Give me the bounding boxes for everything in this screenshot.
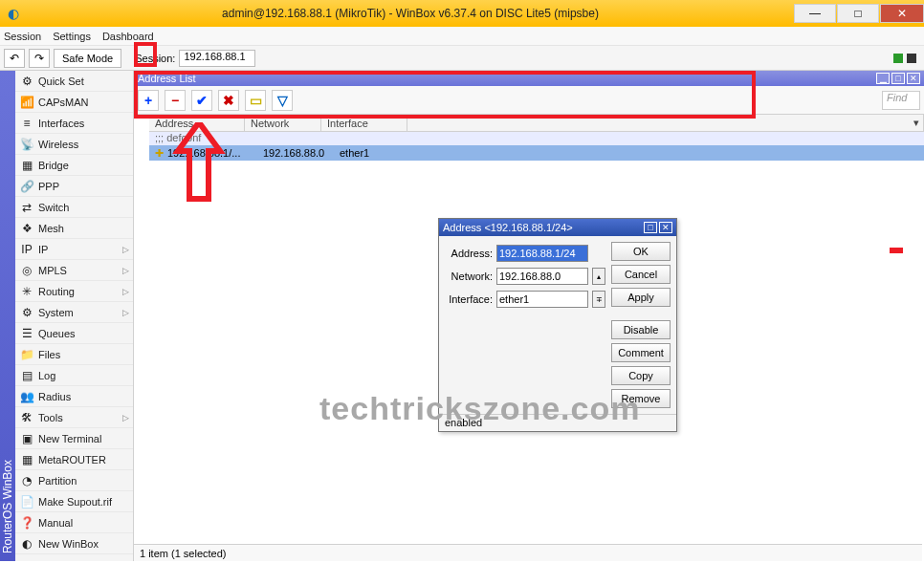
sidebar-item-new-winbox[interactable]: ◐New WinBox [15,533,133,554]
sidebar-item-metarouter[interactable]: ▦MetaROUTER [15,449,133,470]
ppp-icon: 🔗 [19,179,34,194]
remove-button[interactable]: − [165,90,186,111]
enable-button[interactable]: ✔ [191,90,212,111]
safe-mode-button[interactable]: Safe Mode [54,49,121,68]
address-list-columns: Address Network Interface ▾ [149,115,924,132]
col-address[interactable]: Address [149,115,245,131]
columns-dropdown-icon[interactable]: ▾ [909,115,924,131]
main-toolbar: ↶ ↷ Safe Mode Session: 192.168.88.1 [0,46,924,71]
status-bar: 1 item (1 selected) [134,544,922,561]
sidebar-item-files[interactable]: 📁Files [15,344,133,365]
sidebar-item-switch[interactable]: ⇄Switch [15,197,133,218]
cancel-button[interactable]: Cancel [611,265,671,284]
network-clear-icon[interactable]: ▴ [592,268,605,285]
led-encrypted-icon [907,54,916,63]
session-value[interactable]: 192.168.88.1 [179,50,255,67]
sidebar-item-radius[interactable]: 👥Radius [15,386,133,407]
sidebar-item-tools[interactable]: 🛠Tools▷ [15,407,133,428]
window-titlebar: ◐ admin@192.168.88.1 (MikroTik) - WinBox… [0,0,924,27]
address-label: Address: [445,248,493,259]
partition-icon: ◔ [19,473,34,488]
terminal-icon: ▣ [19,431,34,446]
winbox-app-icon: ◐ [19,536,34,552]
sidebar-item-bridge[interactable]: ▦Bridge [15,155,133,176]
col-interface[interactable]: Interface [321,115,407,131]
content-area: Address List ▁ □ ✕ + − ✔ ✖ ▭ ▽ Find Addr… [134,71,924,561]
network-label: Network: [445,271,493,282]
filter-button[interactable]: ▽ [272,90,293,111]
sidebar-item-ppp[interactable]: 🔗PPP [15,176,133,197]
mpls-icon: ◎ [19,263,34,278]
menu-settings[interactable]: Settings [53,31,91,42]
sidebar-item-wireless[interactable]: 📡Wireless [15,134,133,155]
disable-dialog-button[interactable]: Disable [611,320,671,339]
cell-interface: ether1 [340,147,426,159]
chevron-right-icon: ▷ [122,287,129,296]
network-field[interactable] [496,268,588,285]
col-network[interactable]: Network [245,115,321,131]
annotation-marker [890,248,903,253]
mesh-icon: ❖ [19,221,34,236]
redo-button[interactable]: ↷ [29,49,50,68]
menubar: Session Settings Dashboard [0,27,924,46]
sidebar-item-routing[interactable]: ✳Routing▷ [15,281,133,302]
interface-dropdown-icon[interactable]: ∓ [592,291,605,308]
chevron-right-icon: ▷ [122,413,129,422]
address-field[interactable] [496,245,588,262]
subwin-minimize-button[interactable]: ▁ [876,73,890,84]
queues-icon: ☰ [19,326,34,341]
cell-address: 192.168.88.1/... [167,147,263,159]
ok-button[interactable]: OK [611,242,671,261]
maximize-button[interactable]: □ [837,4,879,23]
comment-dialog-button[interactable]: Comment [611,343,671,362]
menu-dashboard[interactable]: Dashboard [102,31,154,42]
subwin-close-button[interactable]: ✕ [907,73,920,84]
dialog-close-button[interactable]: ✕ [659,222,672,233]
minimize-button[interactable]: — [794,4,836,23]
comment-button[interactable]: ▭ [245,90,266,111]
comment-row: ;;; defconf [149,132,924,145]
routing-icon: ✳ [19,284,34,299]
winbox-icon: ◐ [0,6,27,21]
side-menu: ⚙Quick Set 📶CAPsMAN ≡Interfaces 📡Wireles… [15,71,134,561]
undo-button[interactable]: ↶ [4,49,25,68]
apply-button[interactable]: Apply [611,288,671,307]
find-input[interactable]: Find [882,91,920,110]
switch-icon: ⇄ [19,200,34,215]
address-list-title: Address List ▁ □ ✕ [134,71,924,86]
sidebar-item-new-terminal[interactable]: ▣New Terminal [15,428,133,449]
sidebar-item-queues[interactable]: ☰Queues [15,323,133,344]
address-row[interactable]: ✚ 192.168.88.1/... 192.168.88.0 ether1 [149,145,924,161]
dialog-title[interactable]: Address <192.168.88.1/24> □ ✕ [439,219,676,236]
close-button[interactable]: ✕ [880,4,924,23]
subwin-maximize-button[interactable]: □ [891,73,905,84]
copy-button[interactable]: Copy [611,366,671,385]
sidebar-item-log[interactable]: ▤Log [15,365,133,386]
sidebar-item-partition[interactable]: ◔Partition [15,470,133,491]
interface-label: Interface: [445,293,493,305]
sidebar-item-quick-set[interactable]: ⚙Quick Set [15,71,133,92]
address-list-toolbar: + − ✔ ✖ ▭ ▽ Find [134,86,924,115]
menu-session[interactable]: Session [4,31,41,42]
interface-field[interactable] [496,291,588,308]
sidebar-item-mpls[interactable]: ◎MPLS▷ [15,260,133,281]
remove-dialog-button[interactable]: Remove [611,389,671,408]
metarouter-icon: ▦ [19,452,34,467]
sidebar-item-system[interactable]: ⚙System▷ [15,302,133,323]
sidebar-item-make-supout[interactable]: 📄Make Supout.rif [15,491,133,512]
address-dialog: Address <192.168.88.1/24> □ ✕ Address: N… [438,218,677,432]
interfaces-icon: ≡ [19,116,34,131]
radius-icon: 👥 [19,389,34,404]
side-tab[interactable]: RouterOS WinBox [0,71,15,561]
sidebar-item-manual[interactable]: ❓Manual [15,512,133,533]
led-connected-icon [893,54,903,63]
sidebar-item-interfaces[interactable]: ≡Interfaces [15,113,133,134]
sidebar-item-capsman[interactable]: 📶CAPsMAN [15,92,133,113]
add-button[interactable]: + [138,90,159,111]
dialog-min-button[interactable]: □ [644,222,657,233]
sidebar-item-mesh[interactable]: ❖Mesh [15,218,133,239]
supout-icon: 📄 [19,494,34,509]
sidebar-item-ip[interactable]: IPIP▷ [15,239,133,260]
disable-button[interactable]: ✖ [218,90,239,111]
capsman-icon: 📶 [19,95,34,110]
